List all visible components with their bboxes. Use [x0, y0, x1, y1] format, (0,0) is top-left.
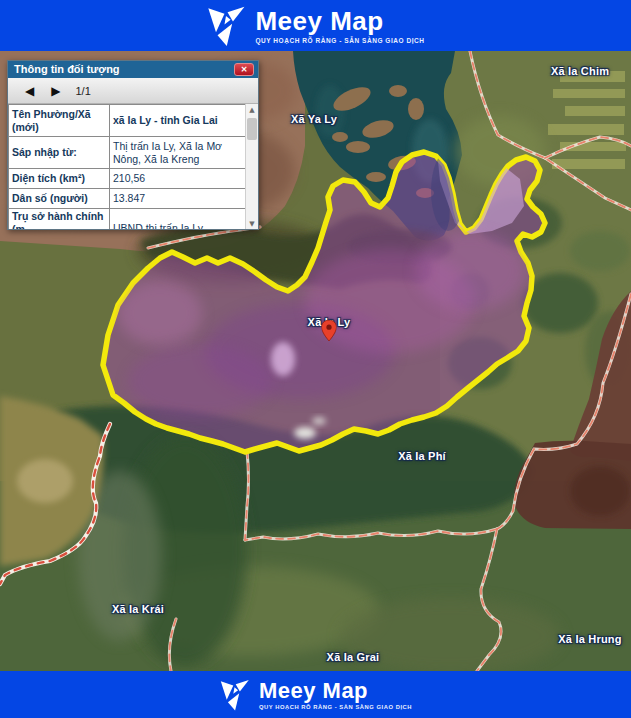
popup-header: Thông tin đối tượng ✕: [8, 61, 258, 78]
popup-scrollbar[interactable]: ▲ ▼: [245, 104, 258, 230]
row-label: Diện tích (km²): [9, 169, 110, 189]
popup-pager: ◀ ▶ 1/1: [8, 78, 258, 104]
top-brand-header: Meey Map QUY HOẠCH RÕ RÀNG - SẴN SÀNG GI…: [0, 0, 631, 51]
close-icon[interactable]: ✕: [234, 63, 254, 76]
popup-body: Tên Phường/Xã (mới) xã Ia Ly - tỉnh Gia …: [8, 104, 258, 230]
meeymap-logo-icon: [219, 678, 250, 712]
row-label: Tên Phường/Xã (mới): [9, 105, 110, 137]
feature-info-table: Tên Phường/Xã (mới) xã Ia Ly - tỉnh Gia …: [8, 104, 247, 230]
red-pin-marker-icon[interactable]: [322, 320, 337, 345]
row-value: UBND thị trấn Ia Ly: [110, 209, 247, 231]
row-label: Dân số (người): [9, 189, 110, 209]
row-label: Sáp nhập từ:: [9, 137, 110, 169]
scroll-down-icon[interactable]: ▼: [246, 218, 258, 230]
cloud: [294, 427, 316, 439]
table-row: Trụ sở hành chính(m UBND thị trấn Ia Ly: [9, 209, 247, 231]
table-row: Sáp nhập từ: Thị trấn Ia Ly, Xã Ia Mơ Nô…: [9, 137, 247, 169]
row-label: Trụ sở hành chính(m: [9, 209, 110, 231]
row-value: xã Ia Ly - tỉnh Gia Lai: [110, 105, 247, 137]
row-value: 13.847: [110, 189, 247, 209]
next-page-icon[interactable]: ▶: [51, 85, 60, 97]
brand-tagline: QUY HOẠCH RÕ RÀNG - SẴN SÀNG GIAO DỊCH: [255, 37, 424, 44]
feature-info-popup: Thông tin đối tượng ✕ ◀ ▶ 1/1 Tên Phường…: [7, 60, 259, 230]
prev-page-icon[interactable]: ◀: [25, 85, 34, 97]
cloud: [312, 417, 326, 425]
bottom-brand-footer: Meey Map QUY HOẠCH RÕ RÀNG - SẴN SÀNG GI…: [0, 671, 631, 718]
brand-name: Meey Map: [259, 680, 412, 702]
meeymap-logo-icon: [206, 4, 246, 48]
scroll-up-icon[interactable]: ▲: [246, 104, 258, 117]
scrollbar-thumb[interactable]: [247, 118, 257, 140]
meey-map-app: Meey Map QUY HOẠCH RÕ RÀNG - SẴN SÀNG GI…: [0, 0, 631, 718]
popup-title: Thông tin đối tượng: [14, 63, 120, 75]
map-canvas[interactable]: Xã Ya Ly Xã Ia Chim Xã Ia Ly Xã Ia Phí X…: [0, 51, 631, 671]
table-row: Diện tích (km²) 210,56: [9, 169, 247, 189]
table-row: Dân số (người) 13.847: [9, 189, 247, 209]
table-row: Tên Phường/Xã (mới) xã Ia Ly - tỉnh Gia …: [9, 105, 247, 137]
page-indicator: 1/1: [75, 85, 90, 97]
row-value: 210,56: [110, 169, 247, 189]
brand-name: Meey Map: [255, 8, 424, 34]
row-value: Thị trấn Ia Ly, Xã Ia Mơ Nông, Xã Ia Kre…: [110, 137, 247, 169]
brand-tagline: QUY HOẠCH RÕ RÀNG - SẴN SÀNG GIAO DỊCH: [259, 704, 412, 710]
